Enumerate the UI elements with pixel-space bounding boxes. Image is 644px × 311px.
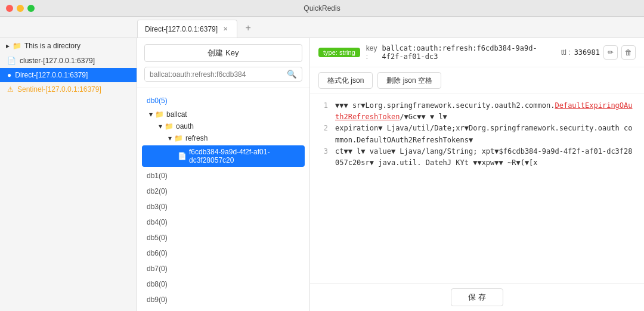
db-list-item[interactable]: db5(0) bbox=[137, 230, 309, 245]
code-area: 1 ▼▼▼ sr▼Lorg.springframework.security.o… bbox=[310, 94, 644, 283]
line-content-1: ▼▼▼ sr▼Lorg.springframework.security.oau… bbox=[335, 100, 636, 123]
close-button[interactable] bbox=[6, 5, 13, 12]
db-item-0[interactable]: db0(5) bbox=[137, 93, 309, 108]
tab-add-button[interactable]: + bbox=[240, 20, 256, 36]
code-line-3: 3 ct▼▼ l▼ value▼ Ljava/lang/String; xpt▼… bbox=[318, 146, 636, 169]
file-icon: 📄 bbox=[178, 152, 187, 160]
db-header: 创建 Key 🔍 bbox=[137, 38, 309, 88]
key-label: key : bbox=[366, 44, 379, 61]
db-list-item[interactable]: db10(0) bbox=[137, 307, 309, 311]
tab-bar: Direct-[127.0.0.1:6379] ✕ + bbox=[0, 17, 644, 38]
sidebar-item-label: cluster-[127.0.0.1:6379] bbox=[20, 57, 95, 65]
tab-direct[interactable]: Direct-[127.0.0.1:6379] ✕ bbox=[137, 20, 237, 38]
sidebar: ▸ 📁 This is a directory 📄 cluster-[127.0… bbox=[0, 38, 137, 311]
sidebar-directory[interactable]: ▸ 📁 This is a directory bbox=[0, 38, 137, 54]
search-bar: 🔍 bbox=[144, 67, 302, 82]
tab-close-icon[interactable]: ✕ bbox=[221, 25, 230, 33]
tree-area: db0(5) ▾ 📁 ballcat ▾ 📁 oauth ▾ 📁 refresh… bbox=[137, 88, 309, 311]
ttl-value: 336981 bbox=[574, 48, 600, 57]
ttl-edit-button[interactable]: ✏ bbox=[603, 45, 618, 60]
sidebar-item-cluster[interactable]: 📄 cluster-[127.0.0.1:6379] bbox=[0, 54, 137, 68]
db-list-item[interactable]: db8(0) bbox=[137, 276, 309, 292]
line-num-3: 3 bbox=[318, 146, 328, 169]
title-bar: QuickRedis bbox=[0, 0, 644, 17]
tree-ballcat[interactable]: ▾ 📁 ballcat bbox=[137, 108, 309, 120]
create-key-button[interactable]: 创建 Key bbox=[144, 44, 302, 62]
tree-label: refresh bbox=[185, 134, 208, 142]
key-value: ballcat:oauth:refresh:f6cdb384-9a9d-4f2f… bbox=[382, 44, 555, 61]
content-area: type: string key : ballcat:oauth:refresh… bbox=[310, 38, 644, 311]
directory-label: This is a directory bbox=[24, 42, 80, 50]
format-json-button[interactable]: 格式化 json bbox=[318, 72, 373, 89]
code-line-2: 2 expiration▼ Ljava/util/Date;xr▼Dorg.sp… bbox=[318, 123, 636, 145]
chevron-down-icon: ▾ bbox=[149, 110, 153, 119]
db-list-item[interactable]: db2(0) bbox=[137, 184, 309, 199]
window-controls bbox=[6, 5, 35, 12]
minimize-button[interactable] bbox=[17, 5, 24, 12]
tree-oauth[interactable]: ▾ 📁 oauth bbox=[137, 120, 309, 132]
chevron-icon: ▸ bbox=[6, 42, 10, 50]
app-title: QuickRedis bbox=[304, 4, 340, 13]
search-input[interactable] bbox=[145, 68, 282, 81]
db-list-item[interactable]: db7(0) bbox=[137, 261, 309, 276]
content-footer: 保 存 bbox=[310, 283, 644, 311]
db-list: db1(0)db2(0)db3(0)db4(0)db5(0)db6(0)db7(… bbox=[137, 168, 309, 311]
tree-label: ballcat bbox=[166, 110, 187, 119]
ttl-area: ttl : 336981 ✏ 🗑 bbox=[561, 45, 636, 60]
chevron-down-icon: ▾ bbox=[159, 122, 162, 130]
ttl-label: ttl : bbox=[561, 48, 571, 57]
db-list-item[interactable]: db9(0) bbox=[137, 292, 309, 307]
maximize-button[interactable] bbox=[27, 5, 35, 12]
chevron-down-icon: ▾ bbox=[168, 134, 172, 142]
tree-refresh[interactable]: ▾ 📁 refresh bbox=[137, 132, 309, 144]
line-content-2: expiration▼ Ljava/util/Date;xr▼Dorg.spri… bbox=[335, 123, 636, 145]
save-button[interactable]: 保 存 bbox=[451, 288, 503, 306]
file-icon: 📄 bbox=[7, 57, 16, 65]
db-list-item[interactable]: db3(0) bbox=[137, 199, 309, 214]
folder-icon: 📁 bbox=[165, 122, 174, 130]
delete-json-button[interactable]: 删除 json 空格 bbox=[377, 72, 441, 89]
warning-icon: ⚠ bbox=[7, 85, 14, 94]
db-panel: 创建 Key 🔍 db0(5) ▾ 📁 ballcat ▾ 📁 oauth bbox=[137, 38, 310, 311]
line-num-2: 2 bbox=[318, 123, 328, 145]
db-list-item[interactable]: db1(0) bbox=[137, 168, 309, 184]
tree-key-item[interactable]: 📄 f6cdb384-9a9d-4f2f-af01-dc3f28057c20 bbox=[142, 145, 305, 167]
content-header: type: string key : ballcat:oauth:refresh… bbox=[310, 38, 644, 67]
conn-icon: ● bbox=[7, 71, 11, 79]
sidebar-item-label: Direct-[127.0.0.1:6379] bbox=[15, 71, 88, 79]
tree-key-label: f6cdb384-9a9d-4f2f-af01-dc3f28057c20 bbox=[189, 148, 270, 164]
main-layout: ▸ 📁 This is a directory 📄 cluster-[127.0… bbox=[0, 38, 644, 311]
content-toolbar: 格式化 json 删除 json 空格 bbox=[310, 67, 644, 94]
sidebar-item-direct[interactable]: ● Direct-[127.0.0.1:6379] bbox=[0, 68, 137, 82]
ttl-delete-button[interactable]: 🗑 bbox=[621, 45, 636, 60]
sidebar-item-label: Sentinel-[127.0.0.1:16379] bbox=[17, 85, 101, 94]
search-button[interactable]: 🔍 bbox=[282, 67, 302, 81]
type-badge: type: string bbox=[318, 48, 360, 57]
db-list-item[interactable]: db4(0) bbox=[137, 214, 309, 230]
tree-label: oauth bbox=[176, 122, 194, 130]
code-line-1: 1 ▼▼▼ sr▼Lorg.springframework.security.o… bbox=[318, 100, 636, 123]
folder-icon: 📁 bbox=[13, 42, 21, 50]
sidebar-item-sentinel[interactable]: ⚠ Sentinel-[127.0.0.1:16379] bbox=[0, 82, 137, 97]
folder-icon: 📁 bbox=[174, 134, 183, 142]
folder-icon: 📁 bbox=[155, 110, 164, 119]
line-num-1: 1 bbox=[318, 100, 328, 123]
db-list-item[interactable]: db6(0) bbox=[137, 245, 309, 261]
tab-label: Direct-[127.0.0.1:6379] bbox=[145, 25, 218, 33]
key-display: key : ballcat:oauth:refresh:f6cdb384-9a9… bbox=[366, 44, 555, 61]
line-content-3: ct▼▼ l▼ value▼ Ljava/lang/String; xpt▼$f… bbox=[335, 146, 636, 169]
